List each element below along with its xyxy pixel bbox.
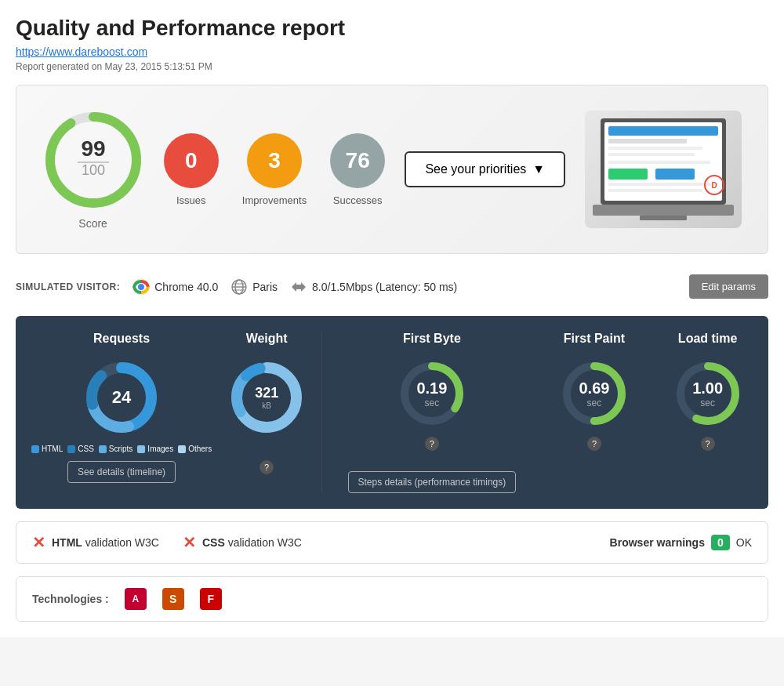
html-text: validation W3C (85, 536, 159, 549)
browser-item: Chrome 40.0 (132, 278, 218, 296)
improvements-badge: 3 (247, 133, 302, 188)
report-title: Quality and Performance report (16, 16, 768, 41)
steps-details-button[interactable]: Steps details (performance timings) (348, 471, 517, 493)
technologies-label: Technologies : (32, 593, 109, 605)
svg-text:99: 99 (81, 136, 105, 161)
svg-rect-11 (608, 161, 710, 164)
load-time-metric: Load time 1.00 sec ? (673, 332, 743, 493)
flash-icon: F (200, 588, 222, 610)
edit-params-button[interactable]: Edit params (689, 274, 768, 299)
visitor-label: SIMULATED VISITOR: (16, 281, 120, 292)
browser-warnings: Browser warnings 0 OK (610, 535, 752, 550)
metrics-section: 0 Issues 3 Improvements 76 Successes (164, 133, 385, 206)
issues-badge: 0 (164, 133, 219, 188)
html-validation: ✕ HTML validation W3C (32, 533, 159, 552)
browser-warnings-status: OK (736, 536, 752, 549)
first-byte-value: 0.19 (416, 379, 447, 397)
globe-icon (230, 278, 248, 296)
score-section: 99 100 Score (42, 109, 144, 230)
successes-metric: 76 Successes (330, 133, 385, 206)
svg-marker-28 (292, 282, 306, 292)
load-time-title: Load time (673, 332, 743, 346)
chevron-down-icon: ▼ (532, 162, 545, 176)
weight-value: 321 (255, 385, 278, 401)
svg-rect-14 (608, 183, 718, 186)
issues-label: Issues (164, 194, 219, 206)
metrics-dark-panel: Requests 24 HTML (16, 316, 768, 509)
browser-name: Chrome 40.0 (154, 281, 218, 293)
html-error-icon: ✕ (32, 533, 45, 552)
network-icon (290, 278, 307, 296)
svg-rect-10 (608, 153, 695, 156)
report-url[interactable]: https://www.dareboost.com (16, 45, 768, 58)
requests-donut: 24 (82, 358, 161, 437)
chrome-icon (132, 278, 150, 296)
weight-metric: Weight 321 kB ? (227, 332, 306, 493)
requests-value: 24 (112, 387, 131, 408)
css-validation: ✕ CSS validation W3C (183, 533, 302, 552)
requests-metric: Requests 24 HTML (31, 332, 212, 493)
score-label: Score (42, 217, 144, 230)
css-text: validation W3C (228, 536, 302, 549)
svg-rect-13 (655, 169, 695, 180)
svg-rect-12 (608, 169, 648, 180)
report-header: Quality and Performance report https://w… (16, 16, 768, 72)
html-label: HTML (52, 536, 82, 549)
svg-rect-16 (593, 205, 734, 216)
first-paint-help-icon[interactable]: ? (587, 437, 601, 451)
first-paint-unit: sec (579, 397, 609, 408)
issues-metric: 0 Issues (164, 133, 219, 206)
angular-icon: A (125, 588, 147, 610)
svg-text:100: 100 (82, 162, 105, 178)
laptop-screenshot: D (585, 111, 742, 228)
location-item: Paris (230, 278, 278, 296)
weight-help-icon[interactable]: ? (260, 460, 274, 474)
first-paint-title: First Paint (559, 332, 630, 346)
first-byte-unit: sec (416, 397, 447, 408)
first-byte-help-icon[interactable]: ? (425, 437, 439, 451)
css-label: CSS (202, 536, 225, 549)
load-time-help-icon[interactable]: ? (701, 437, 715, 451)
successes-label: Successes (330, 194, 385, 206)
network-item: 8.0/1.5Mbps (Latency: 50 ms) (290, 278, 457, 296)
load-time-unit: sec (692, 397, 723, 408)
first-byte-title: First Byte (348, 332, 517, 346)
svg-rect-7 (608, 126, 718, 136)
weight-title: Weight (227, 332, 306, 346)
weight-unit: kB (255, 401, 278, 410)
improvements-label: Improvements (242, 194, 307, 206)
network-speed: 8.0/1.5Mbps (Latency: 50 ms) (312, 281, 457, 293)
successes-badge: 76 (330, 133, 385, 188)
svg-text:D: D (712, 181, 717, 190)
svg-rect-8 (608, 139, 687, 143)
first-byte-metric: First Byte 0.19 sec ? Steps details ( (348, 332, 517, 493)
requests-title: Requests (31, 332, 212, 346)
validation-bar: ✕ HTML validation W3C ✕ CSS validation W… (16, 521, 768, 564)
priorities-button[interactable]: See your priorities ▼ (405, 151, 565, 187)
location-name: Paris (252, 281, 278, 293)
squarespace-icon: S (162, 588, 184, 610)
load-time-value: 1.00 (692, 379, 723, 397)
svg-rect-9 (608, 147, 702, 150)
browser-warnings-badge: 0 (711, 535, 730, 550)
svg-rect-17 (640, 216, 687, 220)
svg-point-22 (139, 285, 143, 289)
css-error-icon: ✕ (183, 533, 196, 552)
details-timeline-button[interactable]: See details (timeline) (67, 461, 176, 483)
first-paint-value: 0.69 (579, 379, 609, 397)
requests-legend: HTML CSS Scripts Images Others (31, 445, 212, 453)
visitor-bar: SIMULATED VISITOR: Chrome 40.0 (16, 267, 768, 307)
browser-warnings-label: Browser warnings (610, 536, 705, 549)
svg-rect-15 (608, 189, 702, 192)
report-generated: Report generated on May 23, 2015 5:13:51… (16, 61, 768, 72)
score-panel: 99 100 Score 0 Issues 3 Improvements 76 … (16, 85, 768, 254)
technologies-bar: Technologies : A S F (16, 576, 768, 622)
weight-donut: 321 kB (227, 358, 306, 437)
improvements-metric: 3 Improvements (242, 133, 307, 206)
score-ring: 99 100 (42, 109, 144, 211)
first-paint-metric: First Paint 0.69 sec ? (559, 332, 630, 493)
